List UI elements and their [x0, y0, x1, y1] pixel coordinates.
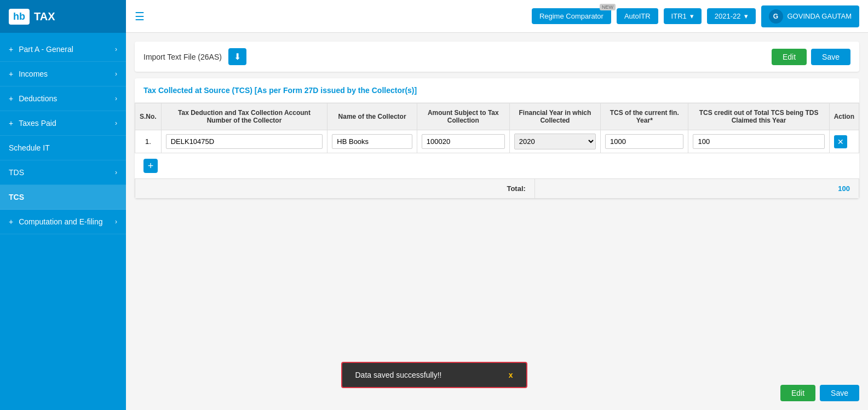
autoitr-button[interactable]: AutoITR: [617, 8, 658, 24]
sidebar-item-deductions[interactable]: + Deductions ›: [0, 86, 126, 111]
main-content: ☰ NEW Regime Comparator AutoITR ITR1 ▾ 2…: [126, 0, 868, 410]
total-row: Total: 100: [135, 179, 859, 199]
header-right: NEW Regime Comparator AutoITR ITR1 ▾ 202…: [532, 5, 859, 27]
collector-name-input[interactable]: [332, 134, 412, 149]
logo-tax-text: TAX: [34, 10, 55, 23]
year-dropdown-arrow-icon: ▾: [744, 12, 748, 20]
import-label: Import Text File (26AS): [143, 53, 222, 61]
amount-input[interactable]: [422, 134, 505, 149]
sidebar-item-tcs[interactable]: TCS: [0, 185, 126, 210]
dropdown-arrow-icon: ▾: [690, 12, 694, 20]
sidebar: hb TAX + Part A - General › + Incomes › …: [0, 0, 126, 410]
row-financial-year-cell: 2020 2021 2019 2018: [509, 130, 600, 153]
itr1-button[interactable]: ITR1 ▾: [664, 8, 702, 24]
chevron-right-icon-2: ›: [115, 70, 117, 78]
year-label: 2021-22: [715, 12, 741, 20]
sidebar-item-tds-label: TDS: [9, 168, 24, 177]
col-header-action: Action: [829, 103, 859, 130]
row-account-number-cell: [161, 130, 327, 153]
col-header-financial-year: Financial Year in which Collected: [509, 103, 600, 130]
sidebar-item-tcs-label: TCS: [9, 193, 24, 201]
bottom-bar: Edit Save: [780, 385, 859, 401]
user-initial: G: [773, 13, 778, 20]
col-header-tcs-credit: TCS credit out of Total TCS being TDS Cl…: [688, 103, 829, 130]
plus-icon: +: [9, 45, 13, 54]
new-badge: NEW: [600, 4, 616, 10]
sidebar-item-deductions-label: Deductions: [19, 94, 57, 103]
total-table: Total: 100: [135, 178, 859, 199]
regime-comparator-button[interactable]: NEW Regime Comparator: [532, 8, 611, 24]
chevron-right-icon-5: ›: [115, 169, 117, 176]
toolbar-right: Edit Save: [772, 49, 850, 65]
sidebar-item-part-a[interactable]: + Part A - General ›: [0, 37, 126, 62]
chevron-right-icon-4: ›: [115, 119, 117, 127]
col-header-amount: Amount Subject to Tax Collection: [417, 103, 509, 130]
chevron-right-icon: ›: [115, 45, 117, 53]
sidebar-item-incomes[interactable]: + Incomes ›: [0, 62, 126, 86]
table-row: 1. 2020 2021: [135, 130, 859, 153]
chevron-right-icon-3: ›: [115, 95, 117, 102]
sidebar-logo: hb TAX: [0, 0, 126, 33]
account-number-input[interactable]: [166, 134, 323, 149]
delete-row-button[interactable]: ✕: [834, 135, 847, 148]
user-name: GOVINDA GAUTAM: [787, 12, 852, 20]
sidebar-item-schedule-it-label: Schedule IT: [9, 143, 50, 152]
col-header-tcs-current: TCS of the current fin. Year*: [601, 103, 688, 130]
tcs-section: Tax Collected at Source (TCS) [As per Fo…: [135, 78, 859, 199]
tcs-credit-input[interactable]: [693, 134, 824, 149]
plus-icon-5: +: [9, 217, 13, 226]
user-menu-button[interactable]: G GOVINDA GAUTAM: [761, 5, 860, 27]
col-header-account-number: Tax Deduction and Tax Collection Account…: [161, 103, 327, 130]
tcs-current-input[interactable]: [605, 134, 683, 149]
header: ☰ NEW Regime Comparator AutoITR ITR1 ▾ 2…: [126, 0, 868, 33]
sidebar-item-incomes-label: Incomes: [19, 70, 48, 78]
tcs-table: S.No. Tax Deduction and Tax Collection A…: [135, 103, 859, 153]
save-button-bottom[interactable]: Save: [820, 385, 859, 401]
row-tcs-current-cell: [601, 130, 688, 153]
save-button-top[interactable]: Save: [811, 49, 850, 65]
year-button[interactable]: 2021-22 ▾: [707, 8, 756, 24]
plus-icon-2: +: [9, 70, 13, 78]
toolbar-left: Import Text File (26AS) ⬇: [143, 48, 246, 65]
import-button[interactable]: ⬇: [228, 48, 246, 65]
row-sno: 1.: [135, 130, 162, 153]
plus-icon-4: +: [9, 119, 13, 128]
toast-close-button[interactable]: x: [509, 371, 513, 379]
sidebar-item-taxes-paid[interactable]: + Taxes Paid ›: [0, 111, 126, 136]
total-label: Total:: [507, 184, 525, 193]
user-avatar: G: [769, 9, 783, 24]
col-header-sno: S.No.: [135, 103, 162, 130]
total-value: 100: [838, 184, 850, 193]
toolbar: Import Text File (26AS) ⬇ Edit Save: [135, 42, 859, 72]
logo-box: hb: [9, 9, 30, 25]
add-row-button[interactable]: +: [143, 159, 158, 173]
edit-button-bottom[interactable]: Edit: [780, 385, 815, 401]
toast-notification: Data saved successfully!! x: [341, 362, 527, 388]
toast-message: Data saved successfully!!: [355, 371, 442, 379]
row-amount-cell: [417, 130, 509, 153]
header-left: ☰: [135, 10, 145, 23]
financial-year-select[interactable]: 2020 2021 2019 2018: [514, 134, 596, 149]
itr1-label: ITR1: [671, 12, 687, 20]
sidebar-item-computation-label: Computation and E-filing: [19, 217, 102, 226]
sidebar-item-schedule-it[interactable]: Schedule IT: [0, 136, 126, 160]
sidebar-item-tds[interactable]: TDS ›: [0, 160, 126, 185]
row-tcs-credit-cell: [688, 130, 829, 153]
chevron-right-icon-6: ›: [115, 218, 117, 226]
sidebar-item-part-a-label: Part A - General: [19, 45, 73, 54]
col-header-collector-name: Name of the Collector: [327, 103, 417, 130]
sidebar-item-computation[interactable]: + Computation and E-filing ›: [0, 210, 126, 234]
plus-icon-3: +: [9, 94, 13, 103]
sidebar-nav: + Part A - General › + Incomes › + Deduc…: [0, 33, 126, 410]
regime-comparator-label: Regime Comparator: [539, 12, 603, 20]
content-area: Import Text File (26AS) ⬇ Edit Save Tax …: [126, 33, 868, 410]
tcs-section-title: Tax Collected at Source (TCS) [As per Fo…: [135, 78, 859, 103]
hamburger-icon[interactable]: ☰: [135, 10, 145, 23]
edit-button-top[interactable]: Edit: [772, 49, 807, 65]
row-action-cell: ✕: [829, 130, 859, 153]
row-collector-name-cell: [327, 130, 417, 153]
logo-hb-text: hb: [13, 11, 25, 22]
sidebar-item-taxes-paid-label: Taxes Paid: [19, 119, 56, 128]
